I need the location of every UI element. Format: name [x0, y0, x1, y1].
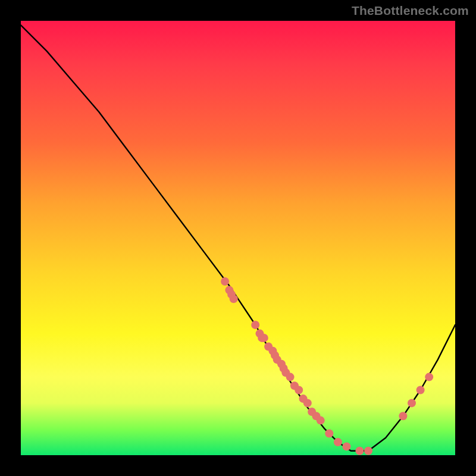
data-point [317, 416, 325, 425]
chart-overlay [21, 21, 455, 455]
data-point [325, 430, 333, 438]
data-point [408, 399, 416, 407]
data-point [425, 373, 433, 381]
data-point [364, 447, 372, 455]
data-point [343, 442, 351, 450]
data-point [303, 399, 312, 407]
data-point [286, 373, 295, 381]
sample-points [221, 277, 433, 455]
plot-area [21, 21, 455, 455]
data-point [355, 447, 364, 455]
chart-frame: TheBottleneck.com [0, 0, 476, 476]
data-point [221, 277, 229, 286]
data-point [230, 295, 238, 303]
data-point [416, 386, 425, 394]
watermark-text: TheBottleneck.com [352, 4, 469, 18]
data-point [251, 321, 259, 329]
bottleneck-curve [21, 25, 455, 450]
data-point [295, 386, 303, 394]
data-point [334, 438, 342, 446]
data-point [260, 334, 268, 342]
data-point [399, 412, 407, 420]
